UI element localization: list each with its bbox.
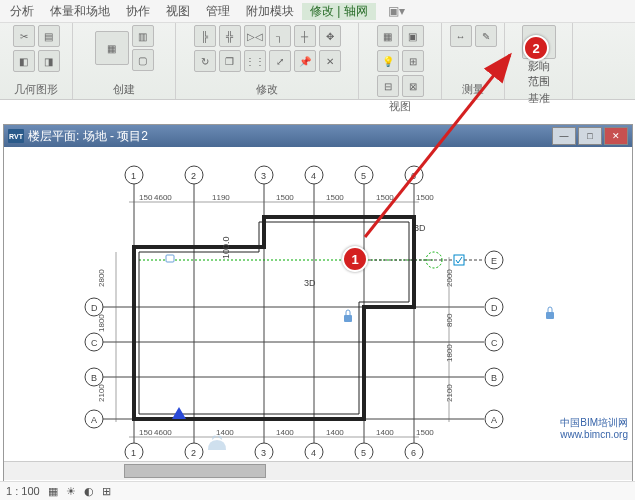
svg-text:C: C (491, 338, 498, 348)
view-icon5[interactable]: ⊠ (402, 75, 424, 97)
rotate-icon[interactable]: ↻ (194, 50, 216, 72)
geom-join-icon[interactable]: ▤ (38, 25, 60, 47)
scale-icon[interactable]: ⤢ (269, 50, 291, 72)
menu-manage[interactable]: 管理 (198, 3, 238, 20)
pin-icon[interactable]: 📌 (294, 50, 316, 72)
svg-text:4: 4 (311, 171, 316, 181)
svg-text:1190: 1190 (212, 193, 230, 202)
svg-text:E: E (491, 256, 497, 266)
status-bar: 1 : 100 ▦ ☀ ◐ ⊞ (0, 481, 635, 500)
credit-text: 中国BIM培训网www.bimcn.org (560, 417, 628, 441)
svg-text:1800: 1800 (97, 314, 106, 332)
status-icon[interactable]: ☀ (66, 485, 76, 498)
maximize-button[interactable]: □ (578, 127, 602, 145)
svg-text:5: 5 (361, 448, 366, 458)
svg-text:1400: 1400 (376, 428, 394, 437)
svg-text:C: C (91, 338, 98, 348)
align-icon[interactable]: ╠ (194, 25, 216, 47)
geom-icon2[interactable]: ◨ (38, 50, 60, 72)
svg-text:2: 2 (191, 171, 196, 181)
ribbon-panel-label: 基准 (528, 91, 550, 106)
svg-rect-87 (546, 312, 554, 319)
menu-analysis[interactable]: 分析 (2, 3, 42, 20)
scale-value[interactable]: 1 : 100 (6, 485, 40, 497)
create-icon3[interactable]: ▢ (132, 49, 154, 71)
dims-top: 150 4600 1190 1500 1500 1500 1500 (129, 193, 434, 202)
split-icon[interactable]: ┼ (294, 25, 316, 47)
array-icon[interactable]: ⋮⋮ (244, 50, 266, 72)
svg-text:6: 6 (411, 448, 416, 458)
svg-text:150: 150 (139, 193, 153, 202)
propagate-extents-label: 影响 范围 (528, 59, 550, 89)
menu-massing[interactable]: 体量和场地 (42, 3, 118, 20)
status-icon[interactable]: ◐ (84, 485, 94, 498)
svg-text:3: 3 (261, 448, 266, 458)
ribbon-panel-measure: ↔ ✎ 测量 (442, 23, 505, 99)
svg-text:1500: 1500 (416, 428, 434, 437)
mirror-icon[interactable]: ▷◁ (244, 25, 266, 47)
horizontal-scrollbar[interactable] (4, 461, 632, 480)
svg-text:1: 1 (131, 448, 136, 458)
trim-icon[interactable]: ┐ (269, 25, 291, 47)
svg-text:4600: 4600 (154, 193, 172, 202)
view-icon2[interactable]: ▣ (402, 25, 424, 47)
floor-plan-svg: 11 22 33 44 55 66 3D 3D DD CC BB AA E (4, 147, 624, 459)
measure-icon2[interactable]: ✎ (475, 25, 497, 47)
view-icon4[interactable]: ⊟ (377, 75, 399, 97)
create-icon2[interactable]: ▥ (132, 25, 154, 47)
lamp-icon[interactable]: 💡 (377, 50, 399, 72)
svg-text:2800: 2800 (97, 269, 106, 287)
svg-text:1500: 1500 (376, 193, 394, 202)
ribbon-panel-label: 几何图形 (14, 82, 58, 97)
create-icon[interactable]: ▦ (95, 31, 129, 65)
minimize-button[interactable]: — (552, 127, 576, 145)
status-icon[interactable]: ⊞ (102, 485, 111, 498)
svg-text:B: B (491, 373, 497, 383)
svg-text:A: A (491, 415, 497, 425)
document-window: RVT 楼层平面: 场地 - 项目2 — □ ✕ 11 22 33 44 55 … (3, 124, 633, 484)
menu-bar: 分析 体量和场地 协作 视图 管理 附加模块 修改 | 轴网 ▣▾ (0, 0, 635, 23)
svg-text:4: 4 (311, 448, 316, 458)
offset-icon[interactable]: ╬ (219, 25, 241, 47)
svg-text:A: A (91, 415, 97, 425)
svg-text:1400: 1400 (326, 428, 344, 437)
cut-icon[interactable]: ✂ (13, 25, 35, 47)
delete-icon[interactable]: ✕ (319, 50, 341, 72)
geom-icon[interactable]: ◧ (13, 50, 35, 72)
menu-overflow-icon[interactable]: ▣▾ (380, 4, 413, 18)
move-icon[interactable]: ✥ (319, 25, 341, 47)
view-icon3[interactable]: ⊞ (402, 50, 424, 72)
view-icon[interactable]: ▦ (377, 25, 399, 47)
svg-text:3: 3 (261, 171, 266, 181)
svg-text:6: 6 (411, 171, 416, 181)
building-wall (134, 217, 414, 419)
grid-horizontal: 3D 3D DD CC BB AA E (85, 223, 503, 428)
annotation-marker-2: 2 (523, 35, 549, 61)
svg-text:B: B (91, 373, 97, 383)
svg-text:1500: 1500 (416, 193, 434, 202)
measure-icon[interactable]: ↔ (450, 25, 472, 47)
svg-text:1500: 1500 (326, 193, 344, 202)
svg-text:1400: 1400 (276, 428, 294, 437)
dims-bottom: 150 4600 1400 1400 1400 1400 1500 (129, 428, 434, 437)
menu-view[interactable]: 视图 (158, 3, 198, 20)
svg-text:4600: 4600 (154, 428, 172, 437)
status-icon[interactable]: ▦ (48, 485, 58, 498)
copy-icon[interactable]: ❐ (219, 50, 241, 72)
menu-collab[interactable]: 协作 (118, 3, 158, 20)
ribbon: ✂ ▤ ◧ ◨ 几何图形 ▦ ▥ ▢ 创建 ╠ ╬ ▷◁ ┐ ┼ ✥ ↻ ❐ ⋮… (0, 23, 635, 100)
drawing-canvas[interactable]: 11 22 33 44 55 66 3D 3D DD CC BB AA E (4, 147, 632, 461)
svg-text:1500: 1500 (276, 193, 294, 202)
svg-text:2100: 2100 (445, 384, 454, 402)
document-title: 楼层平面: 场地 - 项目2 (28, 128, 148, 145)
ribbon-panel-create: ▦ ▥ ▢ 创建 (73, 23, 176, 99)
rvt-icon: RVT (8, 129, 24, 143)
menu-modify-grid[interactable]: 修改 | 轴网 (302, 3, 376, 20)
svg-rect-59 (454, 255, 464, 265)
ribbon-panel-label: 修改 (256, 82, 278, 97)
document-titlebar[interactable]: RVT 楼层平面: 场地 - 项目2 — □ ✕ (4, 125, 632, 147)
menu-addins[interactable]: 附加模块 (238, 3, 302, 20)
svg-text:2000: 2000 (445, 269, 454, 287)
close-button[interactable]: ✕ (604, 127, 628, 145)
svg-text:3D: 3D (304, 278, 316, 288)
